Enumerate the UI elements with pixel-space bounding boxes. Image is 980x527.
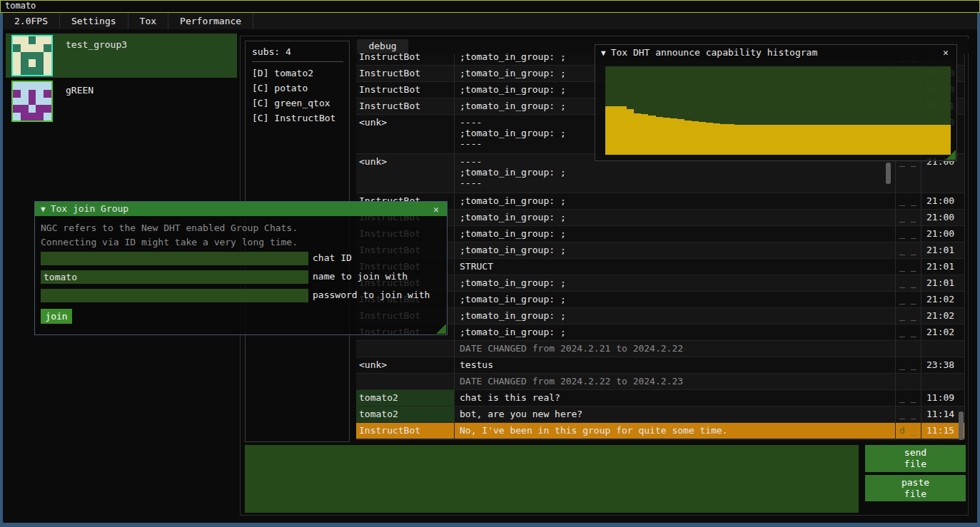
send-file-button[interactable]: send file (865, 445, 966, 472)
message-sender: InstructBot (356, 66, 455, 81)
message-text: STRUCT (455, 259, 895, 275)
dht-histogram-title: Tox DHT announce capability histogram (611, 47, 818, 58)
histogram-bar (879, 125, 886, 155)
join-info-line1: NGC refers to the New DHT enabled Group … (41, 222, 298, 233)
resize-grip[interactable] (436, 324, 446, 334)
message-flags: d _ (895, 423, 921, 439)
app-frame: tomato 2.0FPS SettingsToxPerformance tes… (0, 0, 980, 527)
join-name-input[interactable] (41, 270, 308, 284)
join-password-input[interactable] (41, 289, 308, 302)
subs-member: [C] potato (246, 81, 349, 96)
message-time: 21:02 (922, 292, 965, 307)
close-icon[interactable]: ✕ (939, 46, 952, 59)
subs-separator (252, 61, 343, 62)
message-sender: <unk> (356, 357, 455, 373)
message-sender: InstructBot (356, 98, 455, 114)
histogram-bar (634, 113, 641, 155)
message-sender: InstructBot (356, 82, 455, 98)
join-name-label: name to join with (313, 271, 408, 282)
collapse-triangle-icon[interactable]: ▼ (41, 205, 46, 214)
message-time: 21:01 (922, 242, 965, 258)
join-group-dialog: ▼Tox join Group ✕ NGC refers to the New … (34, 201, 448, 335)
histogram-bar (656, 117, 663, 155)
histogram-bar (663, 118, 670, 155)
histogram-bar (821, 125, 828, 155)
message-time: 21:02 (922, 324, 965, 340)
window-title: tomato (5, 1, 36, 11)
histogram-bar (648, 116, 655, 155)
message-flags: _ _ (895, 292, 921, 307)
message-sender: <unk> (356, 115, 455, 153)
message-flags: _ _ (895, 226, 921, 242)
message-sender (356, 341, 455, 357)
histogram-bar (771, 125, 778, 155)
message-time: 21:00 (922, 210, 965, 225)
system-row[interactable]: DATE CHANGED from 2024.2.22 to 2024.2.23 (356, 374, 964, 390)
sidebar-group-gREEN[interactable]: gREEN (6, 79, 237, 123)
message-text: testus (455, 357, 895, 373)
histogram-bar (699, 122, 706, 155)
message-row[interactable]: InstructBotNo, I've been in this group f… (356, 423, 964, 439)
message-text: ;tomato_in_group: ; (455, 275, 895, 291)
histogram-bar (785, 125, 792, 155)
histogram-bar (799, 125, 807, 155)
subs-member: [D] tomato2 (246, 66, 349, 81)
histogram-bar (828, 125, 835, 155)
message-text: bot, are you new here? (455, 406, 895, 422)
resize-grip[interactable] (946, 150, 956, 160)
join-group-title: Tox join Group (51, 203, 129, 214)
message-row[interactable]: tomato2chat is this real?_ _11:09 (356, 390, 964, 406)
dht-histogram-titlebar[interactable]: ▼Tox DHT announce capability histogram (595, 45, 956, 61)
tab-debug[interactable]: debug (357, 39, 408, 53)
message-text: No, I've been in this group for quite so… (455, 423, 895, 439)
histogram-bar (706, 123, 713, 155)
group-name: test_group3 (66, 39, 127, 50)
histogram-bar (685, 121, 692, 155)
message-flags (895, 341, 921, 357)
composer-input[interactable] (245, 445, 859, 513)
histogram-bar (757, 125, 764, 155)
group-avatar (11, 81, 53, 122)
message-sender: tomato2 (356, 406, 455, 422)
subs-header: subs: 4 (246, 41, 349, 57)
message-time: 23:38 (922, 357, 965, 373)
chat-id-input[interactable] (41, 252, 308, 265)
sidebar-group-test_group3[interactable]: test_group3 (6, 34, 237, 78)
histogram-bar (907, 125, 914, 155)
message-time: 21:00 (922, 193, 965, 209)
system-row[interactable]: DATE CHANGED from 2024.2.21 to 2024.2.22 (356, 341, 964, 357)
join-button[interactable]: join (41, 309, 72, 324)
message-time (922, 341, 965, 357)
menu-item-tox[interactable]: Tox (128, 13, 168, 29)
histogram-bar (936, 125, 944, 155)
histogram-bar (792, 125, 799, 155)
menu-item-performance[interactable]: Performance (168, 13, 253, 29)
histogram-bar (734, 125, 742, 155)
message-time: 21:01 (922, 275, 965, 291)
message-text: ;tomato_in_group: ; (455, 193, 895, 209)
histogram-bar (612, 106, 620, 155)
message-text: ;tomato_in_group: ; (455, 324, 895, 340)
close-icon[interactable]: ✕ (430, 203, 443, 216)
message-text: ;tomato_in_group: ; (455, 292, 895, 307)
histogram-bar (720, 124, 727, 155)
histogram-bar (914, 125, 921, 155)
paste-file-button[interactable]: paste file (865, 475, 966, 501)
chat-scrollbar-thumb[interactable] (959, 411, 964, 440)
join-group-titlebar[interactable]: ▼Tox join Group (35, 202, 447, 216)
message-row[interactable]: <unk>testus_ _23:38 (356, 357, 964, 374)
message-scrollbar-thumb[interactable] (886, 163, 891, 184)
message-flags: _ _ (895, 324, 921, 340)
histogram-bar (670, 118, 677, 155)
message-time: 21:00 (922, 226, 965, 242)
message-sender: InstructBot (356, 423, 455, 439)
menu-item-settings[interactable]: Settings (60, 13, 128, 29)
message-text: ;tomato_in_group: ; (455, 226, 895, 242)
histogram-bar (713, 123, 720, 155)
message-text: ;tomato_in_group: ; (455, 210, 895, 225)
message-flags: _ _ (895, 259, 921, 275)
message-flags: _ _ (895, 406, 921, 422)
message-row[interactable]: tomato2bot, are you new here?_ _11:14 (356, 406, 964, 423)
chat-id-label: chat ID (313, 252, 352, 263)
collapse-triangle-icon[interactable]: ▼ (601, 48, 606, 58)
